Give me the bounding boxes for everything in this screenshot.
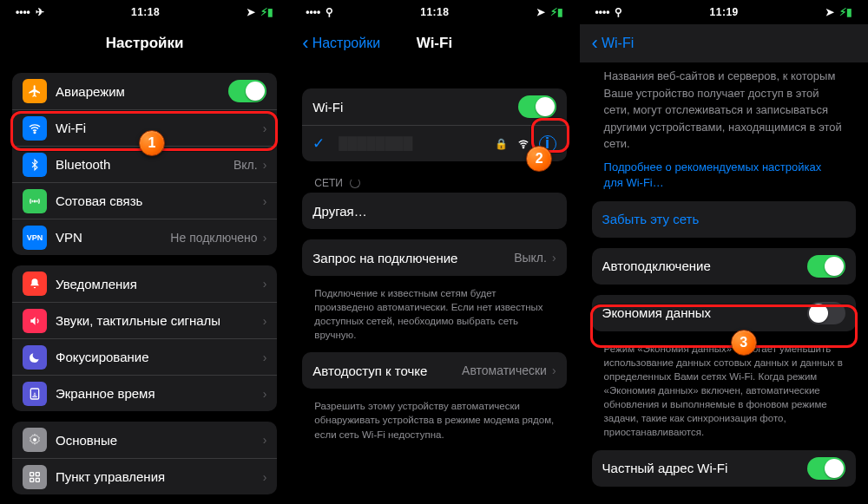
wifi-icon bbox=[23, 116, 47, 141]
svg-point-3 bbox=[33, 438, 36, 442]
signal-icon: •••• bbox=[306, 6, 320, 18]
row-low-data-mode[interactable]: Экономия данных bbox=[592, 295, 856, 331]
row-auto-hotspot[interactable]: Автодоступ к точке Автоматически › bbox=[302, 352, 566, 389]
chevron-right-icon: › bbox=[263, 350, 267, 364]
control-center-icon bbox=[23, 465, 47, 489]
screentime-icon bbox=[23, 382, 47, 406]
page-title: Настройки bbox=[0, 35, 289, 52]
svg-rect-4 bbox=[30, 472, 34, 475]
row-label: Wi-Fi bbox=[312, 100, 517, 115]
statusbar: •••• ✈︎ 11:18 ➤ ⚡︎▮ bbox=[0, 0, 289, 24]
svg-rect-7 bbox=[36, 478, 39, 481]
auto-hotspot-footnote: Разрешить этому устройству автоматически… bbox=[314, 399, 554, 441]
more-info-link[interactable]: Подробнее о рекомендуемых настройках для… bbox=[604, 160, 844, 191]
autojoin-group: Автоподключение bbox=[592, 248, 856, 285]
phone-screen-3: ••••⚲ 11:19 ➤⚡︎▮ ‹ Wi-Fi Названия веб-са… bbox=[579, 0, 868, 504]
back-button[interactable]: ‹ Wi-Fi bbox=[592, 34, 635, 53]
step-badge-1: 1 bbox=[139, 130, 165, 156]
step-badge-3: 3 bbox=[731, 330, 757, 356]
chevron-right-icon: › bbox=[263, 314, 267, 328]
row-label: Звуки, тактильные сигналы bbox=[56, 313, 263, 328]
chevron-right-icon: › bbox=[263, 433, 267, 447]
svg-point-0 bbox=[34, 131, 36, 133]
row-airplane-mode[interactable]: Авиарежим bbox=[12, 73, 277, 109]
row-general[interactable]: Основные › bbox=[12, 422, 277, 458]
row-label: Bluetooth bbox=[56, 157, 233, 172]
row-vpn[interactable]: VPN VPN Не подключено › bbox=[12, 219, 277, 255]
row-detail: Вкл. bbox=[233, 158, 258, 172]
row-label: Экономия данных bbox=[602, 305, 807, 320]
row-label: Пункт управления bbox=[56, 469, 263, 484]
lock-icon: 🔒 bbox=[495, 138, 508, 150]
row-label: Автодоступ к точке bbox=[312, 363, 462, 378]
svg-point-8 bbox=[523, 147, 523, 147]
chevron-left-icon: ‹ bbox=[302, 34, 308, 53]
row-detail: Автоматически bbox=[462, 363, 547, 377]
airplane-toggle[interactable] bbox=[228, 80, 266, 102]
statusbar: ••••⚲ 11:18 ➤⚡︎▮ bbox=[290, 0, 578, 24]
battery-icon: ⚡︎▮ bbox=[260, 6, 273, 18]
chevron-right-icon: › bbox=[552, 363, 556, 377]
back-button[interactable]: ‹ Настройки bbox=[302, 34, 380, 53]
row-wifi-toggle[interactable]: Wi-Fi bbox=[302, 88, 566, 125]
chevron-right-icon: › bbox=[263, 158, 267, 172]
row-ask-to-join[interactable]: Запрос на подключение Выкл. › bbox=[302, 239, 566, 276]
phone-screen-1: •••• ✈︎ 11:18 ➤ ⚡︎▮ Настройки Авиарежим bbox=[0, 0, 289, 504]
privacy-description: Названия веб-сайтов и серверов, к которы… bbox=[604, 68, 844, 153]
wifi-toggle[interactable] bbox=[518, 95, 556, 118]
gear-icon bbox=[23, 428, 47, 452]
settings-group-attention: Уведомления › Звуки, тактильные сигналы … bbox=[12, 265, 277, 411]
battery-icon: ⚡︎▮ bbox=[839, 6, 852, 18]
row-label: Забыть эту сеть bbox=[602, 212, 845, 226]
row-cellular[interactable]: Сотовая связь › bbox=[12, 182, 277, 219]
location-icon: ➤ bbox=[536, 6, 545, 18]
network-name: ████████ bbox=[339, 136, 494, 151]
wifi-signal-icon bbox=[516, 138, 530, 150]
settings-group-general: Основные › Пункт управления › bbox=[12, 422, 277, 494]
row-control-center[interactable]: Пункт управления › bbox=[12, 458, 277, 494]
airplane-icon: ✈︎ bbox=[36, 6, 44, 18]
focus-icon bbox=[23, 345, 47, 370]
row-sounds[interactable]: Звуки, тактильные сигналы › bbox=[12, 302, 277, 338]
chevron-right-icon: › bbox=[552, 251, 556, 265]
row-screentime[interactable]: Экранное время › bbox=[12, 375, 277, 411]
row-focus[interactable]: Фокусирование › bbox=[12, 338, 277, 375]
row-label: Сотовая связь bbox=[56, 193, 263, 208]
settings-group-connectivity: Авиарежим Wi-Fi › Bluetooth Вкл. › bbox=[12, 73, 277, 255]
private-address-group: Частный адрес Wi-Fi bbox=[592, 450, 856, 487]
spinner-icon bbox=[350, 178, 360, 188]
row-private-wifi-address[interactable]: Частный адрес Wi-Fi bbox=[592, 450, 856, 487]
back-label: Настройки bbox=[312, 36, 380, 51]
signal-icon: •••• bbox=[595, 6, 610, 18]
vpn-icon: VPN bbox=[23, 226, 47, 250]
private-address-toggle[interactable] bbox=[807, 457, 845, 480]
forget-network-group: Забыть эту сеть bbox=[592, 201, 856, 238]
ask-join-footnote: Подключение к известным сетям будет прои… bbox=[314, 286, 554, 342]
back-label: Wi-Fi bbox=[602, 36, 634, 51]
row-auto-join[interactable]: Автоподключение bbox=[592, 248, 856, 285]
lowdata-group: Экономия данных bbox=[592, 295, 856, 331]
svg-rect-6 bbox=[30, 478, 34, 481]
chevron-right-icon: › bbox=[263, 387, 267, 401]
row-label: VPN bbox=[56, 230, 170, 245]
status-time: 11:19 bbox=[622, 6, 825, 18]
airplane-icon bbox=[23, 79, 47, 103]
row-label: Уведомления bbox=[56, 277, 263, 291]
lowdata-footnote: Режим «Экономия данных» помогает уменьши… bbox=[604, 342, 844, 440]
statusbar: ••••⚲ 11:19 ➤⚡︎▮ bbox=[580, 0, 868, 24]
chevron-right-icon: › bbox=[263, 231, 267, 245]
lowdata-toggle[interactable] bbox=[807, 302, 845, 324]
other-networks-group: Другая… bbox=[302, 193, 566, 229]
auto-hotspot-group: Автодоступ к точке Автоматически › bbox=[302, 352, 566, 389]
row-forget-network[interactable]: Забыть эту сеть bbox=[592, 201, 856, 238]
row-label: Экранное время bbox=[56, 386, 263, 401]
chevron-right-icon: › bbox=[263, 470, 267, 484]
row-detail: Не подключено bbox=[170, 231, 257, 245]
signal-icon: •••• bbox=[16, 6, 30, 18]
ask-join-group: Запрос на подключение Выкл. › bbox=[302, 239, 566, 276]
row-notifications[interactable]: Уведомления › bbox=[12, 265, 277, 302]
phone-screen-2: ••••⚲ 11:18 ➤⚡︎▮ ‹ Настройки Wi-Fi Wi-Fi… bbox=[289, 0, 578, 504]
row-other-network[interactable]: Другая… bbox=[302, 193, 566, 229]
autojoin-toggle[interactable] bbox=[807, 255, 845, 278]
chevron-right-icon: › bbox=[263, 194, 267, 208]
